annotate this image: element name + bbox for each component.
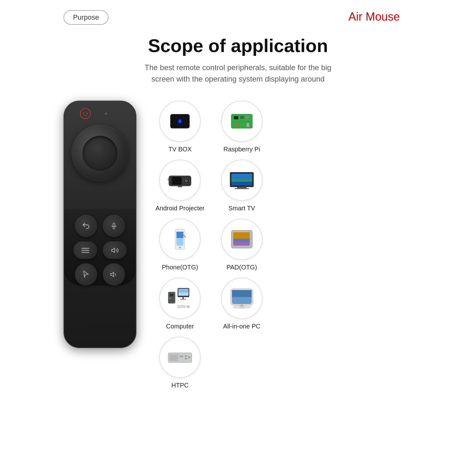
- svg-point-47: [169, 298, 171, 299]
- svg-rect-37: [233, 232, 250, 239]
- smart-tv-icon: [228, 168, 256, 193]
- device-label-pad-otg: PAD(OTG): [227, 263, 257, 271]
- svg-rect-30: [235, 188, 249, 189]
- android-projector-icon: [166, 168, 194, 193]
- device-circle-phone-otg: [159, 219, 201, 260]
- page-subtitle: The best remote control peripherals, sui…: [143, 62, 333, 85]
- device-circle-all-in-one-pc: [221, 278, 262, 319]
- tv-box-icon: [166, 109, 194, 134]
- remote-control-image: [63, 101, 136, 348]
- svg-rect-44: [180, 299, 186, 300]
- all-in-one-pc-icon: [228, 286, 256, 311]
- raspberry-pi-icon: [228, 109, 256, 134]
- device-label-raspberry-pi: Raspberry Pi: [223, 145, 260, 153]
- cursor-button[interactable]: [75, 263, 97, 286]
- svg-rect-58: [169, 354, 178, 361]
- device-item-htpc: HTPC: [155, 337, 205, 389]
- svg-rect-15: [234, 121, 250, 122]
- svg-rect-45: [168, 292, 175, 303]
- svg-rect-24: [168, 179, 169, 180]
- device-item-all-in-one-pc: All-in-one PC: [217, 278, 267, 330]
- computer-icon: [166, 286, 194, 311]
- two-column-layout: TV BOX Raspberry Pi: [63, 101, 413, 389]
- device-item-phone-otg: Phone(OTG): [155, 219, 205, 271]
- device-label-computer: Computer: [166, 322, 194, 330]
- htpc-icon: [166, 345, 194, 370]
- svg-rect-23: [178, 186, 182, 187]
- circle-pad-inner: [83, 136, 117, 171]
- device-label-all-in-one-pc: All-in-one PC: [223, 322, 261, 330]
- svg-rect-61: [185, 358, 187, 359]
- phone-otg-icon: [166, 227, 194, 252]
- svg-rect-43: [182, 297, 184, 299]
- page-title: Scope of application: [148, 35, 328, 56]
- remote-device: [63, 101, 136, 348]
- power-button[interactable]: [80, 108, 91, 119]
- svg-rect-48: [169, 300, 175, 301]
- purpose-pill: Purpose: [63, 10, 109, 25]
- device-item-raspberry-pi: Raspberry Pi: [217, 101, 267, 153]
- btn-row-1: [75, 215, 125, 237]
- svg-rect-60: [185, 355, 187, 357]
- svg-rect-59: [180, 355, 183, 357]
- svg-marker-5: [111, 272, 114, 277]
- device-item-android-projector: Android Projecter: [155, 160, 205, 212]
- device-label-htpc: HTPC: [171, 381, 188, 389]
- svg-rect-33: [176, 232, 183, 238]
- svg-point-17: [238, 124, 240, 126]
- device-circle-smart-tv: [221, 160, 262, 201]
- svg-point-22: [185, 179, 188, 182]
- volume-down-button[interactable]: [103, 263, 125, 286]
- svg-rect-27: [231, 174, 252, 179]
- menu-button[interactable]: [73, 241, 97, 259]
- svg-rect-38: [233, 239, 250, 242]
- svg-point-39: [250, 238, 252, 240]
- svg-rect-14: [246, 116, 249, 119]
- device-circle-computer: [159, 278, 201, 319]
- svg-rect-0: [113, 223, 115, 227]
- circle-pad[interactable]: [71, 125, 129, 182]
- svg-rect-29: [237, 187, 247, 188]
- svg-rect-55: [232, 290, 252, 297]
- device-circle-pad-otg: [221, 219, 262, 260]
- device-label-phone-otg: Phone(OTG): [162, 263, 198, 271]
- svg-rect-46: [170, 294, 174, 296]
- device-circle-htpc: [159, 337, 201, 378]
- device-item-tv-box: TV BOX: [155, 101, 205, 153]
- svg-point-16: [235, 124, 236, 126]
- device-circle-android-projector: [159, 160, 201, 201]
- svg-rect-13: [240, 116, 244, 119]
- svg-point-56: [241, 304, 243, 306]
- remote-top: [64, 101, 136, 209]
- device-circle-tv-box: [159, 101, 201, 142]
- device-item-pad-otg: PAD(OTG): [217, 219, 267, 271]
- air-mouse-label: Air Mouse: [348, 10, 400, 23]
- device-label-smart-tv: Smart TV: [228, 204, 255, 212]
- svg-point-34: [179, 247, 181, 248]
- svg-point-62: [188, 356, 190, 358]
- main-content: Scope of application The best remote con…: [0, 29, 476, 389]
- device-item-computer: Computer: [155, 278, 205, 330]
- svg-rect-18: [247, 123, 249, 127]
- svg-rect-42: [178, 289, 188, 293]
- svg-rect-49: [178, 305, 186, 308]
- svg-rect-28: [231, 179, 252, 182]
- device-label-tv-box: TV BOX: [169, 145, 192, 153]
- device-circle-raspberry-pi: [221, 101, 262, 142]
- svg-marker-4: [112, 248, 115, 253]
- device-item-smart-tv: Smart TV: [217, 160, 267, 212]
- btn-row-2: [73, 241, 127, 259]
- devices-grid: TV BOX Raspberry Pi: [155, 101, 266, 389]
- svg-rect-20: [172, 177, 182, 185]
- volume-up-button[interactable]: [103, 241, 127, 259]
- svg-rect-50: [187, 306, 190, 308]
- mic-dot: [105, 112, 107, 115]
- btn-row-3: [75, 263, 125, 286]
- pad-otg-icon: [228, 227, 256, 252]
- back-button[interactable]: [75, 215, 97, 237]
- device-label-android-projector: Android Projecter: [155, 204, 205, 212]
- mic-button[interactable]: [103, 215, 125, 237]
- svg-point-10: [179, 120, 181, 122]
- svg-rect-12: [234, 116, 238, 119]
- power-row: [80, 108, 107, 119]
